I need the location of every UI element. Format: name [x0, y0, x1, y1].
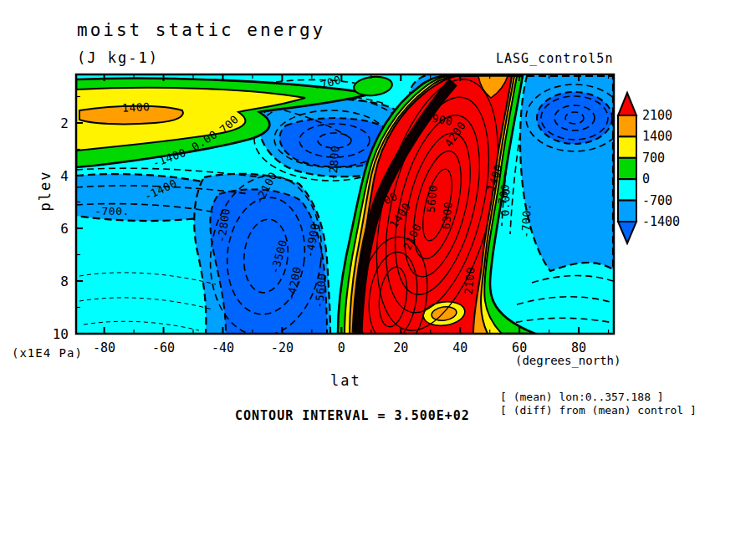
legend-label: 0 [642, 171, 650, 187]
legend-box [618, 201, 636, 222]
contour-label: 5600 [425, 184, 440, 212]
x-tick-label: 60 [512, 340, 527, 355]
colorbar-legend: 210014007000-700-1400 [618, 93, 680, 243]
legend-bottom-arrow [618, 222, 636, 243]
legend-label: 2100 [642, 108, 672, 123]
contour-plot-canvas: 14007000.00-1400-700-700.-1400-2100-2800… [0, 0, 756, 547]
contour-label: 0.00 [498, 188, 512, 217]
x-tick-label: -40 [212, 340, 234, 355]
x-tick-label: -80 [93, 340, 115, 355]
x-tick-label: 0 [338, 340, 345, 355]
contour-label: -700. [519, 203, 533, 238]
y-tick-labels: 246810 [53, 115, 69, 342]
legend-box [618, 136, 636, 157]
legend-label: -1400 [642, 214, 680, 229]
x-tick-label: -60 [152, 340, 175, 355]
y-tick-label: 2 [60, 115, 69, 131]
legend-label: 700 [642, 151, 665, 166]
ncl-contour-figure: moist static energy (J kg-1) LASG_contro… [0, 0, 756, 547]
contour-label: 6300 [440, 201, 455, 229]
x-tick-label: -20 [271, 340, 294, 355]
legend-box [618, 158, 636, 179]
y-tick-label: 4 [60, 168, 69, 184]
x-tick-labels: -80-60-40-20020406080 [93, 340, 586, 355]
legend-box [618, 115, 636, 136]
legend-box [618, 179, 636, 200]
plot-area [76, 67, 623, 361]
y-tick-label: 8 [60, 274, 69, 289]
x-tick-label: 40 [452, 340, 467, 355]
contour-label: 1400 [122, 100, 151, 115]
contour-label: -700. [94, 205, 130, 217]
y-tick-label: 6 [60, 221, 69, 237]
legend-top-arrow [618, 93, 636, 115]
x-tick-label: 20 [393, 340, 408, 355]
contour-label: 2100 [462, 266, 478, 294]
y-tick-label: 10 [53, 326, 69, 342]
legend-label: 1400 [642, 129, 672, 144]
x-tick-label: 80 [571, 340, 586, 355]
legend-label: -700 [642, 193, 672, 208]
